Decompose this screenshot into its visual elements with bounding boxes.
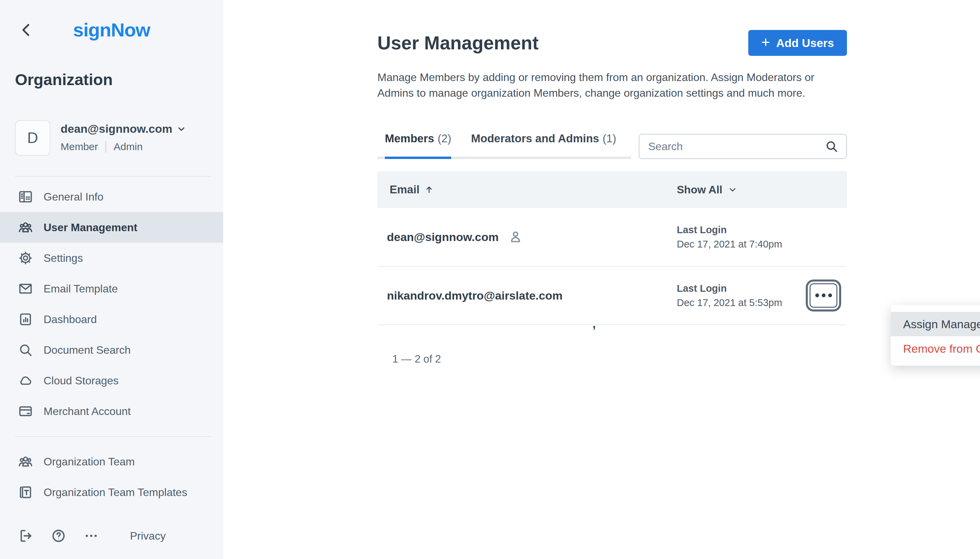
tab-count: (1) xyxy=(603,132,616,145)
gear-icon xyxy=(18,250,33,266)
sidebar-item-label: Cloud Storages xyxy=(44,374,119,387)
table-header: Email Show All xyxy=(377,171,847,208)
magnifier-icon xyxy=(18,342,33,358)
chevron-down-icon xyxy=(728,185,737,194)
add-users-button[interactable]: + Add Users xyxy=(748,30,847,56)
people-group-icon xyxy=(18,220,33,235)
tabs-row: Members(2) Moderators and Admins(1) xyxy=(377,131,847,159)
menu-item-remove-from-organization[interactable]: Remove from Organization xyxy=(891,336,980,361)
sidebar-item-merchant-account[interactable]: Merchant Account xyxy=(0,396,223,427)
description-line: Manage Members by adding or removing the… xyxy=(377,69,847,85)
pagination: 1 — 2 of 2 xyxy=(392,353,847,365)
sidebar-item-dashboard[interactable]: Dashboard xyxy=(0,304,223,335)
last-login-label: Last Login xyxy=(677,223,782,237)
tab-label: Moderators and Admins xyxy=(471,132,599,145)
ellipsis-icon xyxy=(814,293,833,298)
person-icon xyxy=(508,230,523,245)
user-card: D dean@signnow.com Member Admin xyxy=(15,120,223,155)
show-all-label: Show All xyxy=(677,184,723,196)
more-footer-button[interactable] xyxy=(83,528,99,544)
privacy-link[interactable]: Privacy xyxy=(130,530,166,542)
menu-item-assign-management-rights[interactable]: Assign Management Rights xyxy=(891,312,980,336)
envelope-icon xyxy=(18,281,33,296)
sidebar-item-organization-team[interactable]: Organization Team xyxy=(0,446,223,477)
people-group-icon xyxy=(18,454,33,470)
last-login-cell: Last Login Dec 17, 2021 at 5:53pm xyxy=(677,281,782,310)
ellipsis-icon xyxy=(83,528,99,544)
back-button[interactable] xyxy=(18,21,35,39)
bar-chart-icon xyxy=(18,311,33,327)
row-actions-menu: Assign Management Rights Remove from Org… xyxy=(891,305,980,366)
arrow-up-icon xyxy=(424,185,434,194)
user-email: dean@signnow.com xyxy=(61,122,172,136)
page-description: Manage Members by adding or removing the… xyxy=(377,69,847,101)
user-meta: dean@signnow.com Member Admin xyxy=(61,120,186,155)
user-email-dropdown[interactable]: dean@signnow.com xyxy=(61,122,186,136)
sidebar-item-label: Document Search xyxy=(44,344,131,356)
sidebar-item-settings[interactable]: Settings xyxy=(0,243,223,273)
avatar: D xyxy=(15,120,50,155)
search-box xyxy=(639,134,847,159)
tab-members[interactable]: Members(2) xyxy=(385,131,451,159)
sidebar-footer: Privacy xyxy=(18,528,166,544)
magnifier-icon[interactable] xyxy=(825,139,839,154)
sidebar-divider xyxy=(15,176,211,177)
role-admin: Admin xyxy=(114,141,143,152)
description-line: Admins to manage organization Members, c… xyxy=(377,85,847,101)
role-separator xyxy=(106,141,106,152)
sidebar: signNow Organization D dean@signnow.com … xyxy=(0,0,223,559)
credit-card-icon xyxy=(18,404,33,419)
tab-moderators-admins[interactable]: Moderators and Admins(1) xyxy=(471,131,616,157)
sidebar-nav: General Info User Management Settings Em… xyxy=(0,182,223,508)
sidebar-item-email-template[interactable]: Email Template xyxy=(0,273,223,304)
page-header: User Management + Add Users xyxy=(377,30,847,56)
sidebar-heading: Organization xyxy=(15,70,223,89)
sidebar-item-organization-team-templates[interactable]: Organization Team Templates xyxy=(0,477,223,508)
last-login-cell: Last Login Dec 17, 2021 at 7:40pm xyxy=(677,223,782,251)
sidebar-item-document-search[interactable]: Document Search xyxy=(0,335,223,365)
sidebar-item-label: Email Template xyxy=(44,283,118,295)
members-table: Email Show All dean@signnow.com xyxy=(377,171,847,325)
sidebar-item-label: General Info xyxy=(44,191,104,203)
nav-divider xyxy=(15,436,211,437)
search-input[interactable] xyxy=(648,140,825,153)
help-button[interactable] xyxy=(50,528,67,544)
role-member: Member xyxy=(61,141,98,152)
sidebar-item-label: Merchant Account xyxy=(44,405,131,418)
tab-label: Members xyxy=(385,132,434,145)
sign-out-icon xyxy=(18,528,34,544)
template-t-icon xyxy=(18,485,33,500)
add-users-label: Add Users xyxy=(776,36,834,50)
sidebar-item-label: Organization Team Templates xyxy=(44,486,187,499)
show-all-filter[interactable]: Show All xyxy=(677,184,737,196)
user-roles: Member Admin xyxy=(61,141,186,152)
chevron-left-icon xyxy=(18,21,35,39)
logout-button[interactable] xyxy=(18,528,34,544)
page-title: User Management xyxy=(377,31,539,54)
last-login-label: Last Login xyxy=(677,281,782,296)
sidebar-item-general-info[interactable]: General Info xyxy=(0,182,223,212)
chevron-down-icon xyxy=(177,125,186,134)
stray-text: , xyxy=(592,317,596,331)
content: User Management + Add Users Manage Membe… xyxy=(377,0,847,365)
member-email: dean@signnow.com xyxy=(387,230,498,244)
sidebar-item-label: User Management xyxy=(44,221,137,234)
sidebar-item-cloud-storages[interactable]: Cloud Storages xyxy=(0,365,223,396)
last-login-date: Dec 17, 2021 at 7:40pm xyxy=(677,237,782,251)
member-email: nikandrov.dmytro@airslate.com xyxy=(387,289,563,302)
email-header-label: Email xyxy=(389,183,419,196)
row-actions-button[interactable] xyxy=(810,283,837,308)
building-icon xyxy=(18,189,33,205)
sidebar-item-label: Dashboard xyxy=(44,313,97,326)
tab-count: (2) xyxy=(437,132,451,145)
plus-icon: + xyxy=(761,35,770,51)
table-row: nikandrov.dmytro@airslate.com Last Login… xyxy=(377,266,847,325)
tabs: Members(2) Moderators and Admins(1) xyxy=(377,131,631,159)
main-area: User Management + Add Users Manage Membe… xyxy=(223,0,980,559)
last-login-date: Dec 17, 2021 at 5:53pm xyxy=(677,296,782,310)
cloud-icon xyxy=(18,373,33,389)
sidebar-item-user-management[interactable]: User Management xyxy=(0,212,223,243)
sidebar-item-label: Settings xyxy=(44,252,83,265)
sidebar-item-label: Organization Team xyxy=(44,455,135,468)
email-sort-header[interactable]: Email xyxy=(389,183,434,196)
